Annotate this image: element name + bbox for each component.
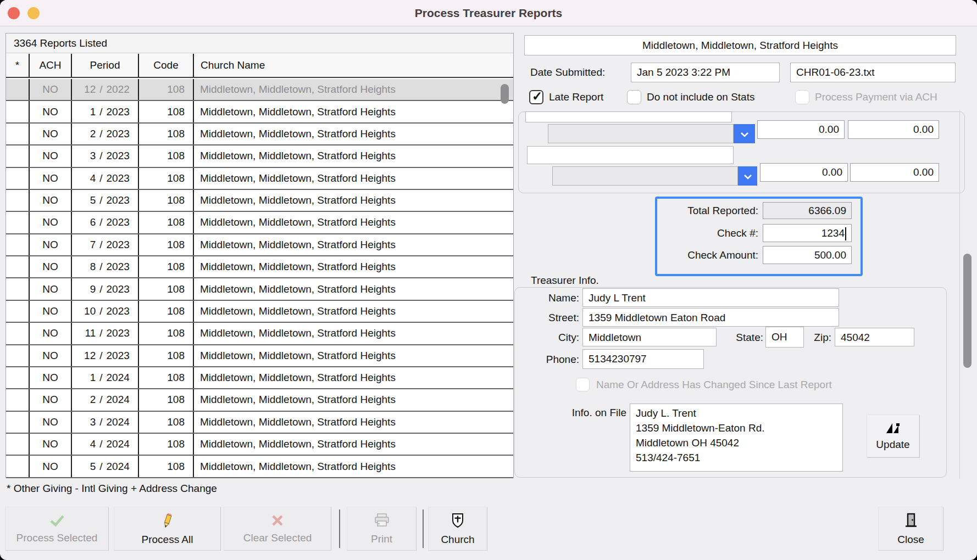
- row-star-cell: [6, 278, 30, 299]
- row-code-cell: 108: [139, 168, 194, 189]
- treasurer-name-label: Name:: [497, 289, 579, 307]
- app-window: Process Treasurer Reports 3364 Reports L…: [0, 0, 977, 560]
- row-ach-cell: NO: [30, 367, 72, 388]
- row-ach-cell: NO: [30, 234, 72, 255]
- table-row[interactable]: NO 7/2023 108 Middletown, Middletown, St…: [6, 234, 513, 256]
- giving-amount-field-1a[interactable]: 0.00: [757, 120, 845, 139]
- process-all-button[interactable]: Process All: [114, 507, 221, 551]
- table-row[interactable]: NO 10/2023 108 Middletown, Middletown, S…: [6, 301, 513, 323]
- giving-category-select-1[interactable]: [548, 124, 734, 143]
- total-reported-label: Total Reported:: [659, 202, 758, 219]
- treasurer-zip-field[interactable]: 45042: [835, 328, 914, 346]
- row-ach-cell: NO: [30, 256, 72, 277]
- row-code-cell: 108: [139, 124, 194, 144]
- row-church-name-cell: Middletown, Middletown, Stratford Height…: [194, 412, 513, 433]
- row-star-cell: [6, 434, 30, 455]
- row-period-cell: 12/2022: [72, 79, 139, 100]
- row-period-cell: 12/2023: [72, 345, 139, 366]
- button-divider: [423, 509, 424, 548]
- church-button[interactable]: Church: [428, 507, 487, 551]
- table-row[interactable]: NO 3/2023 108 Middletown, Middletown, St…: [6, 145, 513, 167]
- report-file-name-field[interactable]: CHR01-06-23.txt: [790, 63, 956, 82]
- check-amount-field[interactable]: 500.00: [763, 246, 852, 264]
- window-scrollbar-thumb[interactable]: [963, 254, 972, 368]
- reports-count-header: 3364 Reports Listed: [6, 33, 513, 53]
- row-period-cell: 11/2023: [72, 323, 139, 344]
- table-row[interactable]: NO 9/2023 108 Middletown, Middletown, St…: [6, 278, 513, 300]
- row-period-cell: 10/2023: [72, 301, 139, 322]
- table-row[interactable]: NO 5/2023 108 Middletown, Middletown, St…: [6, 190, 513, 212]
- treasurer-name-field[interactable]: Judy L Trent: [582, 288, 839, 307]
- table-row[interactable]: NO 1/2024 108 Middletown, Middletown, St…: [6, 367, 513, 389]
- giving-category-select-2[interactable]: [552, 166, 738, 186]
- row-code-cell: 108: [139, 301, 194, 322]
- row-ach-cell: NO: [30, 212, 72, 233]
- check-amount-label: Check Amount:: [659, 246, 758, 264]
- chevron-down-icon: [740, 128, 749, 140]
- late-report-checkbox[interactable]: [529, 90, 543, 104]
- table-row[interactable]: NO 3/2024 108 Middletown, Middletown, St…: [6, 412, 513, 434]
- row-star-cell: [6, 345, 30, 366]
- row-ach-cell: NO: [30, 434, 72, 455]
- giving-description-field-2[interactable]: [527, 146, 734, 164]
- row-period-cell: 9/2023: [72, 278, 139, 299]
- window-title: Process Treasurer Reports: [0, 0, 977, 26]
- table-row[interactable]: NO 1/2023 108 Middletown, Middletown, St…: [6, 101, 513, 123]
- table-scrollbar-thumb[interactable]: [501, 84, 509, 104]
- treasurer-city-field[interactable]: Middletown: [582, 328, 717, 346]
- row-church-name-cell: Middletown, Middletown, Stratford Height…: [194, 456, 513, 477]
- table-row[interactable]: NO 2/2023 108 Middletown, Middletown, St…: [6, 124, 513, 145]
- row-code-cell: 108: [139, 389, 194, 410]
- table-row[interactable]: NO 4/2024 108 Middletown, Middletown, St…: [6, 434, 513, 456]
- table-row[interactable]: NO 5/2024 108 Middletown, Middletown, St…: [6, 456, 513, 478]
- no-stats-checkbox[interactable]: [627, 90, 641, 104]
- date-submitted-field[interactable]: Jan 5 2023 3:22 PM: [631, 63, 780, 82]
- process-selected-button[interactable]: Process Selected: [5, 507, 109, 551]
- address-changed-checkbox: [576, 378, 590, 391]
- row-church-name-cell: Middletown, Middletown, Stratford Height…: [194, 278, 513, 299]
- row-star-cell: [6, 256, 30, 277]
- treasurer-phone-field[interactable]: 5134230797: [582, 349, 704, 369]
- table-row[interactable]: NO 12/2023 108 Middletown, Middletown, S…: [6, 345, 513, 367]
- table-row[interactable]: NO 12/2022 108 Middletown, Middletown, S…: [6, 79, 513, 101]
- treasurer-street-field[interactable]: 1359 Middletown Eaton Road: [582, 308, 839, 327]
- row-period-cell: 4/2023: [72, 168, 139, 189]
- row-star-cell: [6, 456, 30, 477]
- giving-category-dropdown-button-2[interactable]: [738, 166, 757, 186]
- update-button[interactable]: Update: [867, 415, 919, 457]
- button-divider: [339, 509, 340, 548]
- other-giving-footnote: * Other Giving - Intl Giving + Address C…: [7, 483, 217, 495]
- church-label: Church: [441, 534, 474, 546]
- giving-amount-field-2a[interactable]: 0.00: [760, 163, 848, 182]
- treasurer-state-field[interactable]: OH: [765, 327, 804, 348]
- column-header-code: Code: [139, 54, 194, 77]
- row-period-cell: 2/2024: [72, 389, 139, 410]
- table-row[interactable]: NO 6/2023 108 Middletown, Middletown, St…: [6, 212, 513, 234]
- clear-selected-button[interactable]: Clear Selected: [224, 507, 331, 551]
- pencil-icon: [160, 512, 175, 531]
- check-number-field[interactable]: 1234: [763, 224, 852, 242]
- update-label: Update: [876, 439, 909, 451]
- row-star-cell: [6, 367, 30, 388]
- print-button[interactable]: Print: [347, 507, 417, 551]
- row-code-cell: 108: [139, 278, 194, 299]
- giving-description-field-1[interactable]: [525, 111, 732, 122]
- row-code-cell: 108: [139, 79, 194, 100]
- row-period-cell: 1/2024: [72, 367, 139, 388]
- table-row[interactable]: NO 2/2024 108 Middletown, Middletown, St…: [6, 389, 513, 411]
- row-ach-cell: NO: [30, 124, 72, 144]
- row-ach-cell: NO: [30, 412, 72, 433]
- giving-category-dropdown-button-1[interactable]: [734, 124, 755, 143]
- row-code-cell: 108: [139, 212, 194, 233]
- close-label: Close: [897, 534, 924, 546]
- close-button[interactable]: Close: [878, 507, 943, 551]
- row-period-cell: 4/2024: [72, 434, 139, 455]
- table-row[interactable]: NO 11/2023 108 Middletown, Middletown, S…: [6, 323, 513, 345]
- table-row[interactable]: NO 4/2023 108 Middletown, Middletown, St…: [6, 168, 513, 190]
- giving-amount-field-2b[interactable]: 0.00: [850, 163, 939, 182]
- row-ach-cell: NO: [30, 79, 72, 100]
- row-period-cell: 6/2023: [72, 212, 139, 233]
- printer-icon: [374, 513, 390, 531]
- giving-amount-field-1b[interactable]: 0.00: [848, 120, 939, 139]
- table-row[interactable]: NO 8/2023 108 Middletown, Middletown, St…: [6, 256, 513, 278]
